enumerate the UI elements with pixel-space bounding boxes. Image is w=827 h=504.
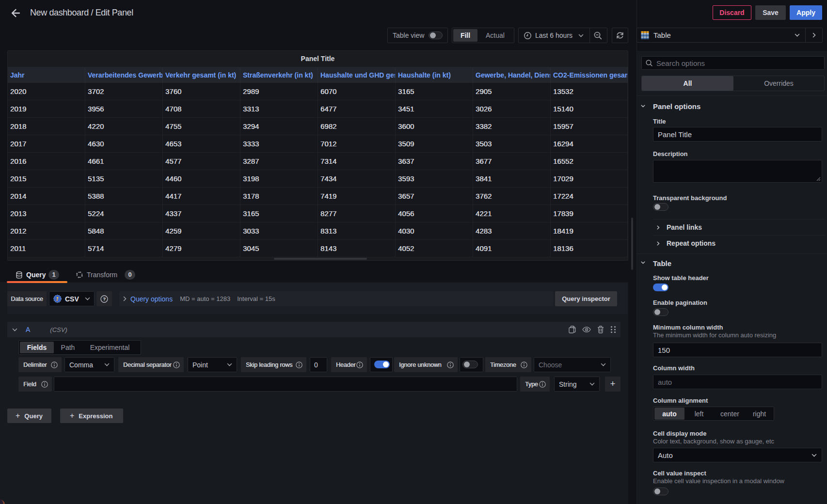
svg-text:?: ? (103, 296, 106, 301)
